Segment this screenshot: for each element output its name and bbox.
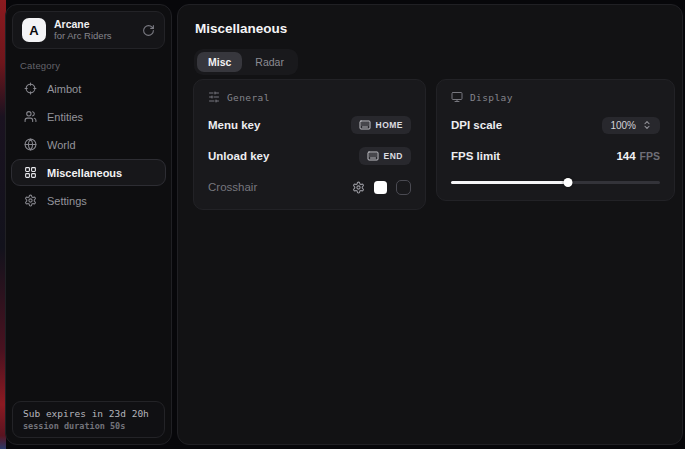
grid-icon <box>24 166 37 179</box>
sidebar-item-entities[interactable]: Entities <box>11 103 166 130</box>
category-label: Category <box>20 60 60 71</box>
crosshair-row: Crosshair <box>208 178 411 196</box>
display-card-title: Display <box>470 92 513 103</box>
dpi-scale-select[interactable]: 100% <box>602 117 660 134</box>
unload-key-row: Unload key END <box>208 147 411 165</box>
menu-key-bind-button[interactable]: HOME <box>351 116 412 134</box>
crosshair-checkbox[interactable] <box>396 180 411 195</box>
app-subtitle: for Arc Riders <box>54 31 134 41</box>
tab-radar[interactable]: Radar <box>244 52 295 72</box>
monitor-icon <box>451 91 463 103</box>
users-icon <box>24 110 37 123</box>
crosshair-settings-gear-icon[interactable] <box>352 181 365 194</box>
sidebar-item-label: World <box>47 139 76 151</box>
subscription-box: Sub expires in 23d 20h session duration … <box>12 401 165 438</box>
sidebar-item-world[interactable]: World <box>11 131 166 158</box>
fps-slider-thumb[interactable] <box>564 178 573 187</box>
dpi-scale-row: DPI scale 100% <box>451 116 660 134</box>
app-name: Arcane <box>54 19 134 31</box>
sidebar-panel: A Arcane for Arc Riders Category Aimbot … <box>5 4 172 445</box>
fps-limit-value: 144 FPS <box>616 150 660 162</box>
sidebar-nav: Aimbot Entities World Miscellaneous Sett… <box>11 75 166 214</box>
keyboard-icon <box>367 150 379 162</box>
fps-slider-fill <box>451 181 568 184</box>
tab-bar: Misc Radar <box>194 49 298 75</box>
general-card-title: General <box>227 92 270 103</box>
crosshair-color-swatch[interactable] <box>374 181 387 194</box>
cards-row: General Menu key HOME Unload key END <box>193 79 675 210</box>
unload-key-value: END <box>384 151 403 161</box>
sidebar-item-miscellaneous[interactable]: Miscellaneous <box>11 159 166 186</box>
crosshair-icon <box>24 82 37 95</box>
fps-unit: FPS <box>640 150 660 162</box>
menu-key-row: Menu key HOME <box>208 116 411 134</box>
sidebar-item-label: Settings <box>47 195 87 207</box>
dpi-scale-value: 100% <box>610 120 636 131</box>
general-card: General Menu key HOME Unload key END <box>193 79 426 210</box>
session-duration-text: session duration 50s <box>23 421 154 431</box>
crosshair-controls <box>352 180 411 195</box>
globe-icon <box>24 138 37 151</box>
chevrons-up-down-icon <box>642 120 652 130</box>
fps-number: 144 <box>616 150 635 162</box>
crosshair-label: Crosshair <box>208 181 257 193</box>
sliders-icon <box>208 91 220 103</box>
dpi-scale-label: DPI scale <box>451 119 502 131</box>
main-panel: Miscellaneous Misc Radar General Menu ke… <box>177 4 683 445</box>
gear-icon <box>24 194 37 207</box>
unload-key-label: Unload key <box>208 150 269 162</box>
keyboard-icon <box>359 119 371 131</box>
general-card-header: General <box>208 91 411 103</box>
sub-expires-text: Sub expires in 23d 20h <box>23 408 154 419</box>
sidebar-item-label: Entities <box>47 111 83 123</box>
sidebar-item-settings[interactable]: Settings <box>11 187 166 214</box>
app-header: A Arcane for Arc Riders <box>12 11 165 49</box>
tab-misc[interactable]: Misc <box>197 52 242 72</box>
fps-limit-row: FPS limit 144 FPS <box>451 147 660 165</box>
menu-key-label: Menu key <box>208 119 260 131</box>
sidebar-item-label: Miscellaneous <box>47 167 122 179</box>
fps-limit-slider[interactable] <box>451 177 660 187</box>
menu-key-value: HOME <box>376 120 404 130</box>
unload-key-bind-button[interactable]: END <box>359 147 411 165</box>
refresh-icon[interactable] <box>142 24 155 37</box>
page-title: Miscellaneous <box>195 21 287 36</box>
display-card: Display DPI scale 100% FPS limit 144 FPS <box>436 79 675 201</box>
app-title-block: Arcane for Arc Riders <box>54 19 134 42</box>
fps-limit-label: FPS limit <box>451 150 500 162</box>
display-card-header: Display <box>451 91 660 103</box>
sidebar-item-aimbot[interactable]: Aimbot <box>11 75 166 102</box>
sidebar-item-label: Aimbot <box>47 83 81 95</box>
app-logo: A <box>22 18 46 42</box>
